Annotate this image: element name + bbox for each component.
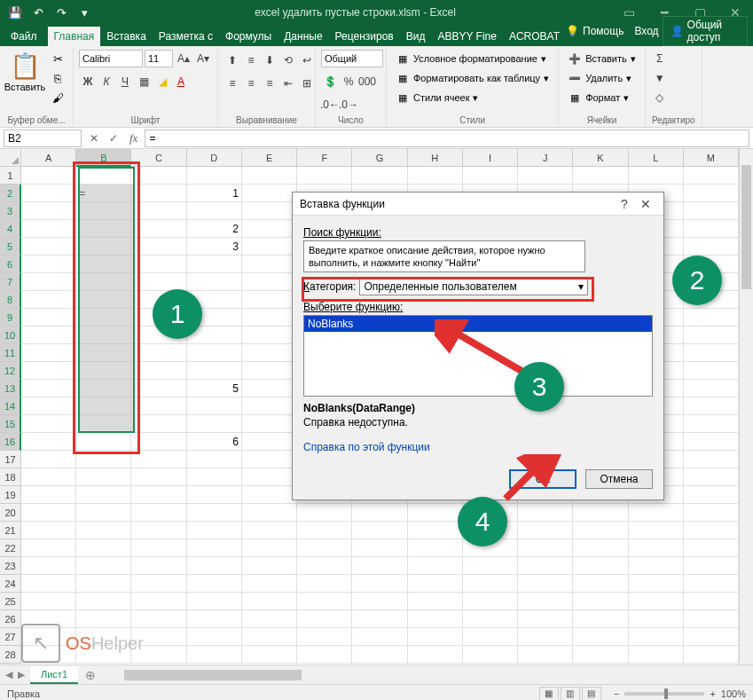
cell-B20[interactable] [76,504,131,522]
cell-D1[interactable] [187,167,242,185]
cell-A6[interactable] [21,256,76,273]
align-bot-icon[interactable]: ⬇ [261,51,278,69]
cell-H26[interactable] [408,610,463,628]
cell-E20[interactable] [242,504,297,522]
cell-A17[interactable] [21,451,76,468]
cell-F24[interactable] [297,575,352,593]
cut-icon[interactable]: ✂ [48,50,67,67]
cell-E21[interactable] [242,522,297,539]
row-header-27[interactable]: 27 [0,628,21,646]
cell-M27[interactable] [684,628,739,646]
row-header-22[interactable]: 22 [0,539,21,557]
format-painter-icon[interactable]: 🖌 [48,89,67,106]
cell-D18[interactable] [187,468,242,486]
cell-L26[interactable] [629,610,684,628]
cell-L22[interactable] [629,539,684,557]
cell-H1[interactable] [408,167,463,185]
row-header-16[interactable]: 16 [0,433,21,451]
cell-D26[interactable] [187,610,242,628]
cell-F22[interactable] [297,539,352,557]
cell-K25[interactable] [573,593,628,610]
cell-E19[interactable] [242,486,297,504]
cell-A14[interactable] [21,397,76,415]
tab-acrobat[interactable]: ACROBAT [503,27,566,46]
redo-icon[interactable]: ↷ [51,3,71,22]
col-header-L[interactable]: L [629,149,684,167]
clear-icon[interactable]: ◇ [651,89,669,106]
cell-C24[interactable] [131,575,186,593]
col-header-K[interactable]: K [573,149,628,167]
cell-M5[interactable] [684,238,739,256]
formula-input[interactable]: = [145,130,749,147]
function-help-link[interactable]: Справка по этой функции [303,441,430,453]
tab-abbyy[interactable]: ABBYY Fine [431,27,502,46]
cell-A5[interactable] [21,238,76,256]
cell-G28[interactable] [352,646,407,664]
cell-A24[interactable] [21,575,76,593]
cell-B17[interactable] [76,451,131,468]
cell-J26[interactable] [518,610,573,628]
cell-K20[interactable] [573,504,628,522]
cell-B14[interactable] [76,397,131,415]
cell-I25[interactable] [463,593,518,610]
cell-D21[interactable] [187,522,242,539]
tab-view[interactable]: Вид [400,27,432,46]
cell-A3[interactable] [21,202,76,220]
cell-C18[interactable] [131,468,186,486]
cell-B9[interactable] [76,309,131,326]
vscroll-thumb[interactable] [741,165,751,289]
cell-M17[interactable] [684,451,739,468]
save-icon[interactable]: 💾 [5,3,25,22]
insert-cells-button[interactable]: ➕Вставить ▾ [564,50,639,67]
cell-C3[interactable] [131,202,186,220]
cell-E27[interactable] [242,628,297,646]
row-header-2[interactable]: 2 [0,185,21,202]
row-header-12[interactable]: 12 [0,362,21,380]
indent-dec-icon[interactable]: ⇤ [279,75,297,92]
cell-C16[interactable] [131,433,186,451]
cell-A1[interactable] [21,167,76,185]
cell-D19[interactable] [187,486,242,504]
tab-review[interactable]: Рецензиров [329,27,400,46]
cell-I28[interactable] [463,646,518,664]
cancel-formula-icon[interactable]: ✕ [85,130,103,147]
cell-B21[interactable] [76,522,131,539]
cell-A20[interactable] [21,504,76,522]
cell-D6[interactable] [187,256,242,273]
cell-D15[interactable] [187,415,242,433]
cell-L28[interactable] [629,646,684,664]
cell-M9[interactable] [684,309,739,326]
sheet-prev-icon[interactable]: ◀ [5,669,12,680]
cell-F23[interactable] [297,557,352,575]
row-header-8[interactable]: 8 [0,291,21,309]
cell-H23[interactable] [408,557,463,575]
cell-A11[interactable] [21,344,76,362]
align-mid-icon[interactable]: ≡ [242,51,260,69]
cell-G22[interactable] [352,539,407,557]
wrap-text-icon[interactable]: ↩ [298,51,316,69]
cell-B8[interactable] [76,291,131,309]
cell-E10[interactable] [242,326,297,344]
tab-insert[interactable]: Вставка [100,27,153,46]
cell-A22[interactable] [21,539,76,557]
cell-L20[interactable] [629,504,684,522]
cell-F20[interactable] [297,504,352,522]
cell-F28[interactable] [297,646,352,664]
align-center-icon[interactable]: ≡ [242,75,260,92]
cell-J1[interactable] [518,167,573,185]
cell-G26[interactable] [352,610,407,628]
cell-B7[interactable] [76,273,131,291]
cell-B1[interactable] [76,167,131,185]
cell-E7[interactable] [242,273,297,291]
row-header-24[interactable]: 24 [0,575,21,593]
undo-icon[interactable]: ↶ [28,3,48,22]
col-header-G[interactable]: G [352,149,407,167]
cell-B10[interactable] [76,326,131,344]
cell-M26[interactable] [684,610,739,628]
cell-A13[interactable] [21,380,76,397]
format-as-table-button[interactable]: ▦Форматировать как таблицу ▾ [392,69,553,87]
italic-button[interactable]: К [98,73,115,90]
row-header-11[interactable]: 11 [0,344,21,362]
select-all-button[interactable] [0,149,21,167]
col-header-E[interactable]: E [242,149,297,167]
